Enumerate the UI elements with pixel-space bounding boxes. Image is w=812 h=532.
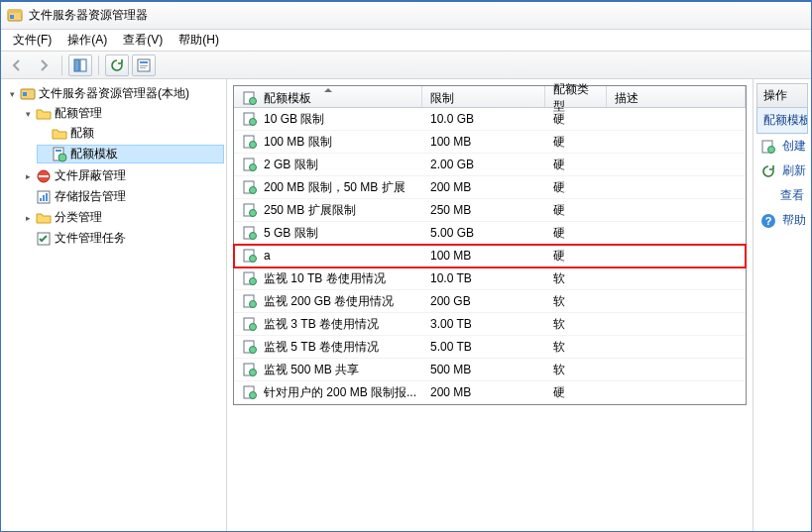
help-icon: ? [760, 213, 776, 229]
cell-text: 监视 3 TB 卷使用情况 [264, 316, 379, 333]
table-row[interactable]: 100 MB 限制100 MB硬 [234, 131, 746, 154]
cell-type: 软 [545, 339, 607, 356]
template-icon [242, 270, 258, 286]
cell-template: 监视 10 TB 卷使用情况 [234, 270, 422, 287]
fsrm-icon [20, 86, 36, 102]
properties-button[interactable] [132, 54, 156, 76]
table-row[interactable]: 2 GB 限制2.00 GB硬 [234, 154, 746, 176]
svg-point-28 [250, 164, 257, 171]
tree-pane: ▾ 文件服务器资源管理器(本地) ▾ 配额管理 [1, 79, 227, 531]
collapse-icon[interactable]: ▾ [7, 89, 17, 99]
table-row[interactable]: 监视 200 GB 卷使用情况200 GB软 [234, 290, 746, 313]
titlebar: 文件服务器资源管理器 [1, 2, 811, 30]
cell-text: 监视 200 GB 卷使用情况 [264, 293, 394, 310]
table-row[interactable]: 250 MB 扩展限制250 MB硬 [234, 199, 746, 222]
collapse-icon[interactable]: ▾ [23, 109, 33, 119]
cell-limit: 2.00 GB [422, 158, 545, 171]
report-icon [36, 189, 52, 205]
col-desc[interactable]: 描述 [607, 86, 746, 107]
expand-icon[interactable]: ▸ [23, 213, 33, 223]
table-row[interactable]: 10 GB 限制10.0 GB硬 [234, 108, 746, 131]
cell-limit: 500 MB [422, 363, 545, 376]
cell-limit: 5.00 GB [422, 226, 545, 240]
cell-text: 200 MB 限制，50 MB 扩展 [264, 179, 406, 196]
svg-point-34 [250, 233, 257, 240]
tree-storage-reports[interactable]: 存储报告管理 [21, 187, 224, 206]
tree-quota-templates[interactable]: 配额模板 [37, 145, 224, 163]
cell-limit: 100 MB [422, 135, 545, 149]
cell-text: 10 GB 限制 [264, 111, 324, 128]
svg-point-44 [250, 347, 257, 354]
table-row[interactable]: 5 GB 限制5.00 GB硬 [234, 222, 746, 245]
col-template[interactable]: 配额模板 [234, 86, 422, 107]
actions-header: 操作 [756, 83, 808, 108]
action-view[interactable]: 查看 [756, 183, 808, 208]
table-row[interactable]: 200 MB 限制，50 MB 扩展200 MB硬 [234, 176, 746, 199]
table-row[interactable]: 监视 3 TB 卷使用情况3.00 TB软 [234, 313, 746, 336]
tree-file-tasks[interactable]: 文件管理任务 [21, 229, 224, 248]
template-icon [242, 111, 258, 127]
task-icon [36, 231, 52, 247]
cell-template: 200 MB 限制，50 MB 扩展 [234, 179, 422, 196]
actions-section: 配额模板 [756, 108, 808, 134]
folder-icon [52, 126, 67, 142]
svg-point-36 [250, 256, 257, 263]
cell-type: 硬 [545, 134, 607, 151]
template-icon [760, 139, 776, 155]
table-row[interactable]: 监视 5 TB 卷使用情况5.00 TB软 [234, 336, 746, 359]
cell-text: 针对用户的 200 MB 限制报... [264, 384, 416, 401]
menubar: 文件(F) 操作(A) 查看(V) 帮助(H) [1, 30, 811, 52]
toolbar-separator [98, 55, 99, 75]
cell-template: 监视 5 TB 卷使用情况 [234, 339, 422, 356]
table-row[interactable]: a100 MB硬 [234, 245, 746, 267]
svg-rect-6 [140, 61, 148, 63]
app-icon [7, 8, 23, 24]
cell-limit: 5.00 TB [422, 340, 545, 354]
cell-type: 软 [545, 362, 607, 378]
col-type[interactable]: 配额类型 [545, 86, 607, 107]
svg-rect-12 [56, 150, 61, 152]
tree-file-screen[interactable]: ▸ 文件屏蔽管理 [21, 166, 224, 185]
tree-classification[interactable]: ▸ 分类管理 [21, 208, 224, 227]
tree-label: 配额管理 [55, 105, 102, 122]
menu-help[interactable]: 帮助(H) [171, 30, 227, 51]
tree-label: 配额 [70, 125, 94, 142]
cell-template: 针对用户的 200 MB 限制报... [234, 384, 422, 401]
show-tree-button[interactable] [68, 54, 92, 76]
cell-text: 100 MB 限制 [264, 134, 332, 151]
cell-limit: 3.00 TB [422, 317, 545, 331]
template-icon [242, 134, 258, 150]
tree-quota-mgmt[interactable]: ▾ 配额管理 [21, 104, 224, 123]
action-create[interactable]: 创建 [756, 134, 808, 159]
table-row[interactable]: 针对用户的 200 MB 限制报...200 MB硬 [234, 381, 746, 404]
cell-text: 监视 5 TB 卷使用情况 [264, 339, 379, 356]
table-row[interactable]: 监视 10 TB 卷使用情况10.0 TB软 [234, 267, 746, 290]
menu-file[interactable]: 文件(F) [5, 30, 59, 51]
app-window: 文件服务器资源管理器 文件(F) 操作(A) 查看(V) 帮助(H) [0, 0, 812, 532]
shield-icon [36, 168, 52, 184]
menu-view[interactable]: 查看(V) [115, 30, 171, 51]
cell-text: 监视 10 TB 卷使用情况 [264, 270, 386, 287]
template-icon [242, 339, 258, 355]
nav-forward-button [32, 54, 56, 76]
expand-icon[interactable]: ▸ [23, 171, 33, 181]
refresh-button[interactable] [105, 54, 129, 76]
col-limit[interactable]: 限制 [422, 86, 545, 107]
refresh-icon [760, 163, 776, 179]
tree-quota[interactable]: 配额 [37, 124, 224, 143]
cell-template: 10 GB 限制 [234, 111, 422, 128]
tree-root[interactable]: ▾ 文件服务器资源管理器(本地) [5, 84, 224, 103]
action-refresh[interactable]: 刷新 [756, 159, 808, 183]
svg-rect-10 [23, 92, 27, 96]
template-icon [242, 362, 258, 377]
table-row[interactable]: 监视 500 MB 共享500 MB软 [234, 359, 746, 381]
cell-type: 硬 [545, 225, 607, 242]
menu-action[interactable]: 操作(A) [59, 30, 115, 51]
toolbar [1, 52, 811, 79]
svg-rect-8 [140, 67, 146, 68]
cell-limit: 250 MB [422, 203, 545, 217]
nav-back-button [5, 54, 29, 76]
action-help[interactable]: ? 帮助 [756, 208, 808, 233]
template-icon [242, 225, 258, 241]
svg-point-26 [250, 142, 257, 149]
